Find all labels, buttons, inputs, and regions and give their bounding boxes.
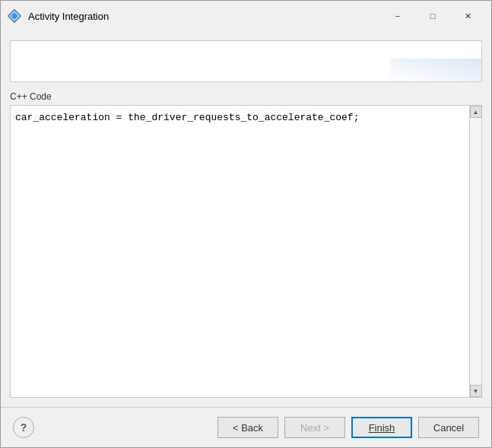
dialog-content-area: C++ Code ▲ ▼ [1, 31, 491, 407]
dialog-bottom-bar: ? < Back Next > Finish Cancel [1, 407, 491, 447]
scroll-thumb-area[interactable] [470, 118, 481, 385]
code-editor-container: ▲ ▼ [10, 105, 482, 398]
finish-button[interactable]: Finish [351, 417, 412, 438]
dialog-window: Activity Integration − □ ✕ C++ Code ▲ ▼ … [0, 0, 492, 448]
minimize-button[interactable]: − [380, 5, 415, 27]
window-controls: − □ ✕ [380, 5, 485, 27]
window-title: Activity Integration [28, 11, 380, 22]
close-button[interactable]: ✕ [450, 5, 485, 27]
activity-integration-icon [7, 8, 22, 24]
help-button[interactable]: ? [13, 417, 34, 438]
title-bar: Activity Integration − □ ✕ [1, 1, 491, 31]
maximize-button[interactable]: □ [415, 5, 450, 27]
cancel-button[interactable]: Cancel [418, 417, 479, 438]
section-label: C++ Code [10, 91, 482, 102]
next-button[interactable]: Next > [284, 417, 345, 438]
scroll-down-arrow[interactable]: ▼ [470, 385, 482, 397]
code-editor[interactable] [11, 106, 481, 397]
vertical-scrollbar[interactable]: ▲ ▼ [469, 106, 481, 397]
preview-area [10, 40, 482, 82]
scroll-up-arrow[interactable]: ▲ [470, 106, 482, 118]
nav-buttons: < Back Next > Finish Cancel [217, 417, 479, 438]
back-button[interactable]: < Back [217, 417, 278, 438]
